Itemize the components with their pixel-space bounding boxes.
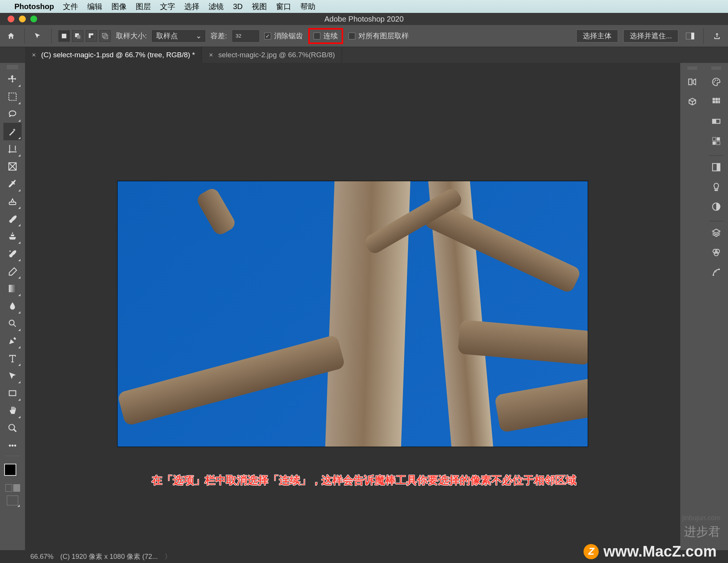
panel-column-1 xyxy=(680,63,704,550)
color-swatches[interactable] xyxy=(4,461,21,477)
app-name[interactable]: Photoshop xyxy=(14,2,54,11)
layers-icon[interactable] xyxy=(708,224,725,241)
new-selection-icon[interactable] xyxy=(58,30,70,42)
svg-rect-5 xyxy=(102,33,106,37)
channels-icon[interactable] xyxy=(708,244,725,261)
maximize-window-icon[interactable] xyxy=(30,16,37,22)
select-subject-button[interactable]: 选择主体 xyxy=(576,30,618,42)
workspace-switcher-icon[interactable] xyxy=(684,30,697,42)
zoom-tool[interactable] xyxy=(3,419,22,437)
menu-edit[interactable]: 编辑 xyxy=(87,2,102,12)
blur-tool[interactable] xyxy=(3,297,22,315)
minimize-window-icon[interactable] xyxy=(19,16,26,22)
path-selection-tool[interactable] xyxy=(3,367,22,384)
antialias-checkbox[interactable]: 消除锯齿 xyxy=(264,31,303,41)
3d-icon[interactable] xyxy=(684,93,701,110)
rectangle-tool[interactable] xyxy=(3,384,22,402)
selection-mode-group xyxy=(58,30,111,42)
close-tab-icon[interactable]: × xyxy=(209,51,213,59)
close-tab-icon[interactable]: × xyxy=(32,51,36,59)
tools-panel: ••• xyxy=(0,63,25,550)
all-layers-label: 对所有图层取样 xyxy=(358,31,409,41)
frame-tool[interactable] xyxy=(3,158,22,175)
svg-rect-28 xyxy=(715,101,718,104)
menu-filter[interactable]: 滤镜 xyxy=(209,2,224,12)
marquee-tool[interactable] xyxy=(3,88,22,105)
home-button[interactable] xyxy=(5,30,17,42)
svg-rect-29 xyxy=(718,101,720,104)
svg-rect-20 xyxy=(689,79,692,85)
gradients-icon[interactable] xyxy=(708,113,725,130)
svg-point-21 xyxy=(713,81,714,82)
sample-size-select[interactable]: 取样点 xyxy=(152,30,205,42)
menu-layer[interactable]: 图层 xyxy=(136,2,151,12)
color-icon[interactable] xyxy=(708,74,725,90)
magic-wand-tool[interactable] xyxy=(3,123,22,140)
panel-grip-icon[interactable] xyxy=(7,65,18,69)
checkbox-icon xyxy=(314,33,320,39)
menu-file[interactable]: 文件 xyxy=(63,2,78,12)
quick-mask-toggle[interactable] xyxy=(5,484,20,492)
hand-tool[interactable] xyxy=(3,402,22,419)
document-canvas[interactable] xyxy=(118,181,588,447)
tolerance-input[interactable] xyxy=(232,30,259,42)
doc-info[interactable]: (C) 1920 像素 x 1080 像素 (72... xyxy=(60,552,158,561)
properties-icon[interactable] xyxy=(708,159,725,176)
foreground-color-swatch[interactable] xyxy=(4,464,16,476)
contiguous-checkbox[interactable]: 连续 xyxy=(314,31,338,41)
document-tab[interactable]: × (C) select-magic-1.psd @ 66.7% (tree, … xyxy=(25,47,202,63)
history-icon[interactable] xyxy=(684,74,701,90)
mac-menubar: Photoshop 文件 编辑 图像 图层 文字 选择 滤镜 3D 视图 窗口 … xyxy=(0,0,728,13)
swatches-icon[interactable] xyxy=(708,93,725,110)
history-brush-tool[interactable] xyxy=(3,245,22,262)
brush-tool[interactable] xyxy=(3,210,22,227)
svg-rect-37 xyxy=(717,163,720,171)
menu-window[interactable]: 窗口 xyxy=(276,2,291,12)
panel-grip-icon[interactable] xyxy=(711,67,721,70)
eyedropper-tool[interactable] xyxy=(3,175,22,193)
screen-mode-icon[interactable] xyxy=(7,496,18,505)
move-tool[interactable] xyxy=(3,71,22,88)
svg-rect-13 xyxy=(9,202,16,205)
document-tab[interactable]: × select-magic-2.jpg @ 66.7%(RGB/8) xyxy=(202,47,342,63)
window-title: Adobe Photoshop 2020 xyxy=(324,15,403,24)
dodge-tool[interactable] xyxy=(3,315,22,332)
lasso-tool[interactable] xyxy=(3,105,22,123)
close-window-icon[interactable] xyxy=(8,16,14,22)
clone-stamp-tool[interactable] xyxy=(3,227,22,245)
add-to-selection-icon[interactable] xyxy=(72,30,83,42)
pen-tool[interactable] xyxy=(3,332,22,350)
type-tool[interactable] xyxy=(3,350,22,367)
adjustments-icon[interactable] xyxy=(708,198,725,215)
edit-toolbar-icon[interactable]: ••• xyxy=(3,437,22,454)
menu-view[interactable]: 视图 xyxy=(252,2,267,12)
menu-help[interactable]: 帮助 xyxy=(300,2,315,12)
menu-3d[interactable]: 3D xyxy=(233,2,243,11)
all-layers-checkbox[interactable]: 对所有图层取样 xyxy=(348,31,409,41)
svg-rect-8 xyxy=(691,33,694,39)
panel-column-2 xyxy=(704,63,728,550)
menu-type[interactable]: 文字 xyxy=(160,2,175,12)
menu-select[interactable]: 选择 xyxy=(184,2,199,12)
chevron-right-icon[interactable]: 〉 xyxy=(165,552,171,561)
subtract-from-selection-icon[interactable] xyxy=(86,30,97,42)
patterns-icon[interactable] xyxy=(708,133,725,149)
intersect-selection-icon[interactable] xyxy=(99,30,111,42)
bulb-icon[interactable] xyxy=(708,179,725,195)
document-tabs: × (C) select-magic-1.psd @ 66.7% (tree, … xyxy=(0,47,728,63)
svg-rect-31 xyxy=(712,119,716,124)
svg-rect-2 xyxy=(77,35,80,39)
crop-tool[interactable] xyxy=(3,140,22,158)
svg-rect-0 xyxy=(62,34,66,38)
share-icon[interactable] xyxy=(711,30,723,42)
paths-icon[interactable] xyxy=(708,264,725,281)
gradient-tool[interactable] xyxy=(3,280,22,297)
menu-image[interactable]: 图像 xyxy=(111,2,127,12)
tool-preset-picker[interactable] xyxy=(31,30,44,42)
select-and-mask-button[interactable]: 选择并遮住... xyxy=(623,30,678,42)
healing-brush-tool[interactable] xyxy=(3,193,22,210)
svg-line-16 xyxy=(13,324,16,327)
panel-grip-icon[interactable] xyxy=(687,67,697,70)
eraser-tool[interactable] xyxy=(3,262,22,280)
zoom-level[interactable]: 66.67% xyxy=(30,553,53,561)
